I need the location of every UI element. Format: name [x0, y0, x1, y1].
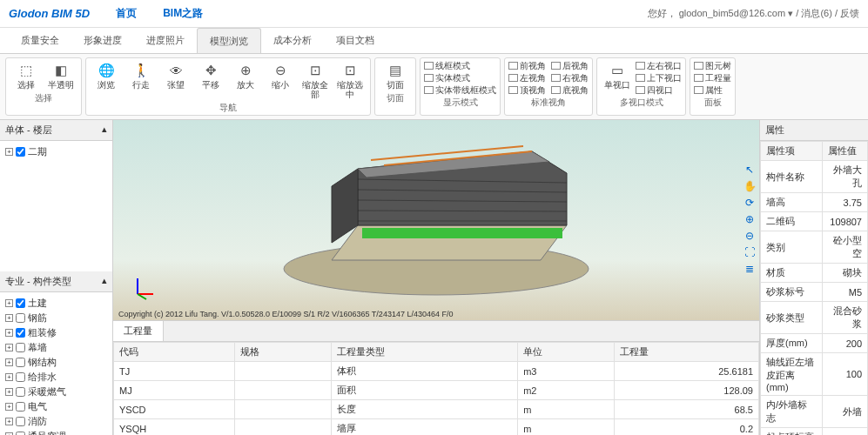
tg-g4: 线框模式实体模式实体带线框模式显示模式 — [420, 57, 501, 116]
prop-row: 内/外墙标志外墙 — [761, 396, 868, 428]
tree-item[interactable]: +给排水 — [5, 370, 107, 385]
left-sidebar: 单体 - 楼层▴ +二期 专业 - 构件类型▴ +土建+钢筋+粗装修+幕墙+钢结… — [0, 120, 113, 435]
messages-link[interactable]: 消息(6) — [801, 8, 831, 18]
mini-item[interactable]: 右视角 — [551, 72, 589, 84]
mini-item[interactable]: 四视口 — [636, 84, 682, 96]
tbtn[interactable]: 🚶行走 — [124, 60, 158, 91]
mini-item[interactable]: 实体模式 — [424, 72, 496, 84]
mini-item[interactable]: 顶视角 — [508, 84, 546, 96]
tg-g2: 🌐浏览🚶行走👁张望✥平移⊕放大⊖缩小⊡缩放全部⊡缩放选中导航 — [85, 57, 371, 116]
logo: Glodon BIM 5D — [9, 7, 90, 20]
panel-floors-header: 单体 - 楼层▴ — [0, 120, 112, 141]
tbtn[interactable]: 👁张望 — [159, 60, 192, 91]
tree-item[interactable]: +通风空调 — [5, 429, 107, 435]
user-info: 您好， glodon_bim5d@126.com ▾ / 消息(6) / 反馈 — [648, 7, 859, 20]
building-model — [271, 125, 602, 299]
mini-item[interactable]: 图元树 — [694, 60, 731, 71]
qty-tab[interactable]: 工程量 — [113, 321, 164, 341]
tbtn[interactable]: ▤切面 — [379, 60, 412, 91]
tree-item[interactable]: +钢筋 — [5, 311, 107, 325]
properties-table: 属性项属性值构件名称外墙大孔墙高3.75二维码109807类别砼小型空材质砌块砂… — [760, 141, 868, 435]
quantity-table: 代码规格工程量类型单位工程量TJ体积m325.6181MJ面积m2128.09Y… — [113, 342, 759, 435]
mini-item[interactable]: 底视角 — [551, 84, 589, 96]
tool-zoomout-icon[interactable]: ⊖ — [744, 230, 756, 242]
user-link[interactable]: glodon_bim5d@126.com ▾ — [679, 8, 794, 18]
tree-floors: +二期 — [0, 141, 112, 271]
mini-item[interactable]: 线框模式 — [424, 60, 496, 71]
tree-item[interactable]: +钢结构 — [5, 355, 107, 370]
table-row[interactable]: YSCD长度m68.5 — [114, 400, 759, 419]
tree-item[interactable]: +二期 — [5, 144, 107, 159]
tool-zoomin-icon[interactable]: ⊕ — [744, 213, 756, 225]
tbtn[interactable]: 🌐浏览 — [90, 60, 123, 91]
tool-orbit-icon[interactable]: ⟳ — [744, 197, 756, 209]
tg-g5: 前视角后视角左视角右视角顶视角底视角标准视角 — [504, 57, 593, 116]
center-area: Copyright (c) 2012 Lifu Tang. V/1.0.5052… — [113, 120, 759, 435]
prop-row: 起点顶标高(m)3.65 — [761, 428, 868, 436]
table-row[interactable]: TJ体积m325.6181 — [114, 362, 759, 381]
tg-g1: ⬚选择◧半透明选择 — [5, 57, 82, 116]
tab-3[interactable]: 模型浏览 — [197, 28, 261, 53]
svg-rect-10 — [362, 228, 562, 238]
prop-row: 轴线距左墙皮距离(mm)100 — [761, 353, 868, 396]
mini-item[interactable]: 左右视口 — [636, 60, 682, 71]
header: Glodon BIM 5D 首页 BIM之路 您好， glodon_bim5d@… — [0, 0, 868, 28]
tab-0[interactable]: 质量安全 — [9, 28, 71, 53]
tbtn[interactable]: ⊡缩放全部 — [299, 60, 332, 101]
tree-item[interactable]: +电气 — [5, 399, 107, 414]
nav-links: 首页 BIM之路 — [116, 6, 203, 21]
mini-item[interactable]: 上下视口 — [636, 72, 682, 84]
prop-row: 墙高3.75 — [761, 193, 868, 212]
prop-row: 砂浆类型混合砂浆 — [761, 302, 868, 334]
tbtn[interactable]: ✥平移 — [194, 60, 227, 91]
tab-5[interactable]: 项目文档 — [324, 28, 387, 53]
tbtn[interactable]: ⊖缩小 — [264, 60, 297, 91]
mini-item[interactable]: 工程量 — [694, 72, 731, 84]
tool-fit-icon[interactable]: ⛶ — [744, 246, 756, 258]
main-tabs: 质量安全形象进度进度照片模型浏览成本分析项目文档 — [0, 28, 868, 54]
tree-item[interactable]: +消防 — [5, 414, 107, 429]
tg-g3: ▤切面切面 — [374, 57, 416, 116]
axis-gizmo — [131, 275, 157, 304]
mini-item[interactable]: 左视角 — [508, 72, 546, 84]
feedback-link[interactable]: 反馈 — [840, 8, 859, 18]
tree-item[interactable]: +幕墙 — [5, 340, 107, 355]
table-row[interactable]: MJ面积m2128.09 — [114, 381, 759, 400]
properties-panel: 属性 属性项属性值构件名称外墙大孔墙高3.75二维码109807类别砼小型空材质… — [759, 120, 868, 435]
table-row[interactable]: YSQH墙厚m0.2 — [114, 419, 759, 436]
tab-2[interactable]: 进度照片 — [134, 28, 197, 53]
tbtn[interactable]: ⊡缩放选中 — [333, 60, 367, 101]
3d-viewer[interactable]: Copyright (c) 2012 Lifu Tang. V/1.0.5052… — [113, 120, 759, 320]
prop-row: 二维码109807 — [761, 212, 868, 231]
tree-item[interactable]: +采暖燃气 — [5, 385, 107, 399]
tg-g7: 图元树工程量属性面板 — [690, 57, 736, 116]
nav-bim[interactable]: BIM之路 — [163, 6, 203, 21]
prop-row: 材质砌块 — [761, 264, 868, 283]
tree-item[interactable]: +土建 — [5, 296, 107, 311]
viewer-copyright: Copyright (c) 2012 Lifu Tang. V/1.0.5052… — [118, 310, 453, 318]
mini-item[interactable]: 实体带线框模式 — [424, 84, 496, 96]
toolbar: ⬚选择◧半透明选择🌐浏览🚶行走👁张望✥平移⊕放大⊖缩小⊡缩放全部⊡缩放选中导航▤… — [0, 54, 868, 120]
mini-item[interactable]: 后视角 — [551, 60, 589, 71]
tbtn[interactable]: ◧半透明 — [44, 60, 77, 91]
tab-4[interactable]: 成本分析 — [261, 28, 324, 53]
prop-row: 构件名称外墙大孔 — [761, 161, 868, 193]
tab-1[interactable]: 形象进度 — [71, 28, 134, 53]
prop-row: 类别砼小型空 — [761, 231, 868, 264]
tree-types: +土建+钢筋+粗装修+幕墙+钢结构+给排水+采暖燃气+电气+消防+通风空调+智控… — [0, 292, 112, 435]
tool-arrow-icon[interactable]: ↖ — [744, 164, 756, 176]
panel-types-header: 专业 - 构件类型▴ — [0, 271, 112, 292]
prop-row: 厚度(mm)200 — [761, 334, 868, 353]
tree-item[interactable]: +粗装修 — [5, 325, 107, 340]
quantity-panel: 工程量 代码规格工程量类型单位工程量TJ体积m325.6181MJ面积m2128… — [113, 320, 759, 435]
tbtn-single[interactable]: ▭单视口 — [601, 60, 634, 91]
tool-hand-icon[interactable]: ✋ — [744, 180, 756, 192]
tool-layers-icon[interactable]: ≣ — [744, 263, 756, 275]
nav-home[interactable]: 首页 — [116, 6, 137, 21]
mini-item[interactable]: 属性 — [694, 84, 731, 96]
mini-item[interactable]: 前视角 — [508, 60, 546, 71]
prop-row: 砂浆标号M5 — [761, 283, 868, 302]
props-title: 属性 — [765, 124, 784, 137]
tbtn[interactable]: ⬚选择 — [10, 60, 43, 91]
tbtn[interactable]: ⊕放大 — [229, 60, 262, 91]
